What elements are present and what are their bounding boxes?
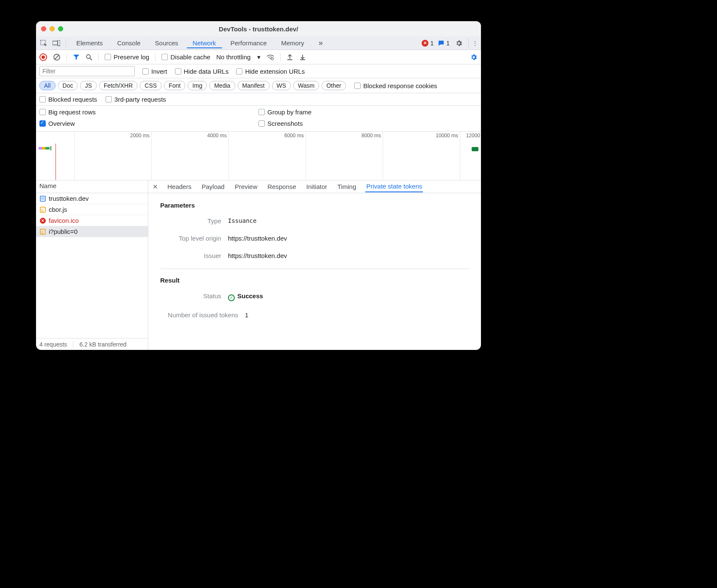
device-toolbar-icon[interactable]	[51, 38, 61, 48]
chip-js[interactable]: JS	[80, 81, 96, 90]
network-conditions-icon[interactable]	[267, 54, 274, 60]
more-tabs-icon[interactable]: »	[313, 37, 329, 49]
issuer-row: Issuer https://trusttoken.dev	[160, 250, 469, 267]
request-row[interactable]: {} cbor.js	[36, 204, 148, 215]
svg-point-7	[272, 58, 274, 60]
request-row[interactable]: {} i?public=0	[36, 226, 148, 237]
svg-rect-1	[53, 41, 58, 45]
status-value: Success	[228, 292, 263, 301]
close-detail-button[interactable]: ✕	[153, 183, 158, 191]
origin-row: Top level origin https://trusttoken.dev	[160, 232, 469, 250]
search-icon[interactable]	[86, 54, 92, 61]
filter-icon[interactable]	[73, 54, 80, 61]
message-badge[interactable]: 1	[438, 40, 450, 47]
status-key: Status	[160, 292, 228, 301]
chip-media[interactable]: Media	[209, 81, 235, 90]
screenshots-checkbox[interactable]: Screenshots	[258, 120, 478, 127]
timeline-segment	[39, 147, 42, 150]
main-tabs: Elements Console Sources Network Perform…	[36, 36, 481, 50]
overview-label: Overview	[48, 120, 75, 127]
filter-input[interactable]	[39, 66, 135, 76]
status-transferred: 6.2 kB transferred	[79, 341, 126, 348]
message-count: 1	[446, 40, 450, 47]
record-button[interactable]	[39, 53, 47, 61]
timeline-end-marker	[472, 147, 478, 151]
devtools-window: DevTools - trusttoken.dev/ Elements Cons…	[36, 21, 481, 350]
tab-console[interactable]: Console	[111, 38, 147, 48]
clear-button[interactable]	[53, 53, 61, 61]
window-title: DevTools - trusttoken.dev/	[36, 25, 481, 33]
svg-point-5	[86, 55, 90, 58]
issued-tokens-key: Number of issued tokens	[160, 311, 245, 319]
extra-filters-row: Blocked requests 3rd-party requests	[36, 93, 481, 106]
tab-headers[interactable]: Headers	[167, 181, 192, 192]
tab-response[interactable]: Response	[267, 181, 297, 192]
blocked-cookies-checkbox[interactable]: Blocked response cookies	[354, 82, 437, 89]
timeline-tick: 10000 ms	[436, 133, 458, 139]
chip-font[interactable]: Font	[164, 81, 185, 90]
chip-manifest[interactable]: Manifest	[238, 81, 270, 90]
svg-rect-2	[58, 40, 60, 46]
status-requests: 4 requests	[39, 341, 67, 348]
hide-data-urls-label: Hide data URLs	[184, 68, 229, 75]
svg-rect-8	[40, 196, 45, 201]
chip-fetch-xhr[interactable]: Fetch/XHR	[99, 81, 137, 90]
tab-network[interactable]: Network	[187, 38, 222, 48]
disable-cache-label: Disable cache	[170, 53, 210, 61]
tab-timing[interactable]: Timing	[336, 181, 357, 192]
parameters-title: Parameters	[160, 202, 469, 209]
issuer-key: Issuer	[160, 252, 228, 259]
network-settings-icon[interactable]	[470, 53, 478, 61]
hide-data-urls-checkbox[interactable]: Hide data URLs	[175, 68, 229, 75]
tab-preview[interactable]: Preview	[234, 181, 258, 192]
inspect-element-icon[interactable]	[39, 38, 49, 48]
hide-extension-urls-checkbox[interactable]: Hide extension URLs	[236, 68, 305, 75]
tab-sources[interactable]: Sources	[149, 38, 184, 48]
blocked-requests-label: Blocked requests	[48, 96, 97, 103]
overview-checkbox[interactable]: Overview	[39, 120, 258, 127]
more-menu-icon[interactable]: ⋮	[468, 38, 478, 48]
timeline-overview[interactable]: 2000 ms 4000 ms 6000 ms 8000 ms 10000 ms…	[36, 132, 481, 180]
throttling-label: No throttling	[216, 53, 250, 61]
error-badge[interactable]: ✕ 1	[422, 40, 434, 47]
result-title: Result	[160, 277, 469, 284]
request-row[interactable]: ✕ favicon.ico	[36, 215, 148, 226]
request-row[interactable]: trusttoken.dev	[36, 193, 148, 204]
script-icon: {}	[39, 228, 46, 235]
chip-all[interactable]: All	[39, 81, 56, 90]
chip-wasm[interactable]: Wasm	[293, 81, 319, 90]
group-by-frame-label: Group by frame	[267, 108, 311, 116]
chip-img[interactable]: Img	[188, 81, 207, 90]
blocked-requests-checkbox[interactable]: Blocked requests	[39, 96, 97, 103]
group-by-frame-checkbox[interactable]: Group by frame	[258, 108, 478, 116]
detail-content: Parameters Type Issuance Top level origi…	[148, 193, 481, 350]
throttling-select[interactable]: No throttling ▾	[216, 53, 261, 61]
invert-checkbox[interactable]: Invert	[142, 68, 167, 75]
third-party-checkbox[interactable]: 3rd-party requests	[106, 96, 166, 103]
request-list-header[interactable]: Name	[36, 180, 148, 193]
tab-performance[interactable]: Performance	[225, 38, 273, 48]
preserve-log-checkbox[interactable]: Preserve log	[105, 53, 149, 61]
tab-initiator[interactable]: Initiator	[306, 181, 328, 192]
big-request-rows-checkbox[interactable]: Big request rows	[39, 108, 258, 116]
settings-icon[interactable]	[454, 38, 464, 48]
import-har-icon[interactable]	[286, 54, 293, 61]
origin-key: Top level origin	[160, 235, 228, 242]
disable-cache-checkbox[interactable]: Disable cache	[161, 53, 210, 61]
titlebar: DevTools - trusttoken.dev/	[36, 21, 481, 36]
request-detail: ✕ Headers Payload Preview Response Initi…	[148, 180, 481, 350]
chip-other[interactable]: Other	[322, 81, 346, 90]
view-options: Big request rows Group by frame Overview…	[36, 106, 481, 132]
tab-memory[interactable]: Memory	[275, 38, 310, 48]
issued-tokens-value: 1	[245, 311, 248, 319]
origin-value: https://trusttoken.dev	[228, 235, 287, 242]
tab-elements[interactable]: Elements	[70, 38, 109, 48]
chip-css[interactable]: CSS	[140, 81, 161, 90]
export-har-icon[interactable]	[299, 54, 306, 61]
chip-doc[interactable]: Doc	[58, 81, 78, 90]
chip-ws[interactable]: WS	[272, 81, 291, 90]
tab-private-state-tokens[interactable]: Private state tokens	[365, 181, 423, 192]
status-row: Status Success	[160, 290, 469, 309]
svg-line-4	[55, 55, 59, 59]
tab-payload[interactable]: Payload	[201, 181, 225, 192]
